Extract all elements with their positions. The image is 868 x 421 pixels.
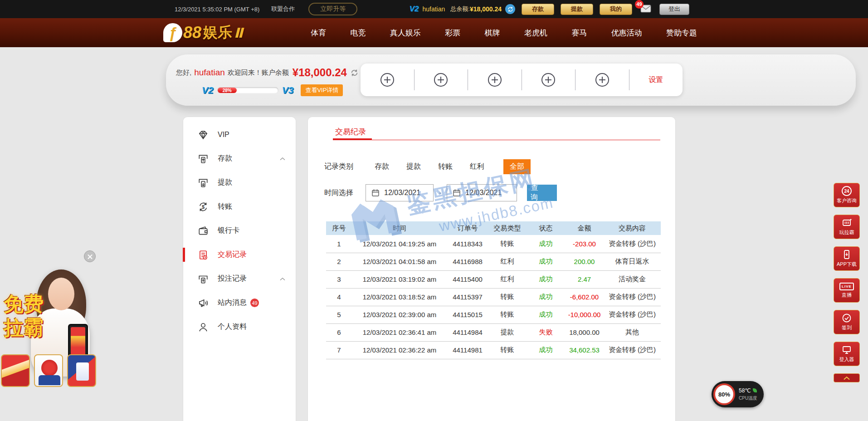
withdraw-button[interactable]: 提款 [561, 4, 593, 15]
nav-item-6[interactable]: 赛马 [571, 28, 587, 38]
app-download-button[interactable]: APP下载 [834, 246, 860, 271]
plus-icon [595, 73, 609, 87]
cpu-temp-label: CPU温度 [739, 395, 757, 401]
cell-no: 1 [326, 235, 352, 253]
quick-add-slot-4[interactable] [575, 69, 629, 90]
profile-icon [198, 322, 210, 333]
refresh-balance-button[interactable] [505, 4, 515, 14]
promo-close-button[interactable] [84, 250, 96, 262]
logout-button[interactable]: 登出 [659, 4, 689, 15]
filter-option-2[interactable]: 转账 [438, 162, 453, 171]
settings-button[interactable]: 设置 [629, 69, 683, 90]
promo-headline-line2: 拉霸 [4, 316, 44, 339]
nav-item-3[interactable]: 彩票 [445, 28, 460, 38]
calendar-icon [371, 189, 380, 197]
query-button[interactable]: 查 询 [527, 185, 557, 201]
cell-amount: 2.47 [565, 270, 604, 288]
date-to-input[interactable]: 12/03/2021 [447, 184, 517, 201]
quick-add-slot-0[interactable] [361, 69, 414, 90]
sidebar-item-label: 转账 [218, 202, 232, 211]
cell-time: 12/03/2021 04:01:58 am [352, 253, 447, 270]
greeting-prefix: 您好, [176, 69, 191, 77]
cell-type: 转账 [488, 306, 527, 323]
messages-button[interactable]: 49 [640, 5, 651, 14]
cell-time: 12/03/2021 04:19:25 am [352, 235, 447, 253]
float-button-label: 签到 [842, 324, 852, 331]
filter-option-1[interactable]: 提款 [406, 162, 421, 171]
cell-time: 12/03/2021 02:39:00 am [352, 306, 447, 323]
sidebar-item-label: 站内消息 [218, 298, 247, 308]
sidebar-item-bank-card[interactable]: 银行卡 [183, 219, 296, 243]
promo-thumbnail[interactable] [1, 354, 30, 387]
cell-status: 成功 [527, 235, 565, 253]
sidebar-item-label: VIP [218, 131, 229, 139]
cell-type: 红利 [488, 270, 527, 288]
bet-record-icon [198, 274, 210, 284]
refresh-icon [351, 69, 358, 77]
sidebar-item-site-messages[interactable]: 站内消息 49 [183, 291, 296, 315]
check-in-button[interactable]: 签到 [834, 310, 860, 334]
nav-item-0[interactable]: 体育 [311, 28, 326, 38]
sidebar-item-vip[interactable]: VIP [183, 122, 296, 147]
logo-suffix: Ⅱ [234, 25, 243, 41]
launcher-button[interactable]: 登入器 [834, 342, 860, 366]
cell-type: 红利 [488, 253, 527, 270]
tab-divider-line [333, 140, 660, 140]
logo-f-icon: ƒ [163, 23, 182, 42]
nav-item-2[interactable]: 真人娱乐 [390, 28, 421, 38]
mine-button[interactable]: 我的 [600, 4, 632, 15]
promo-thumbnail[interactable] [67, 354, 96, 387]
upgrade-button[interactable]: 立即升等 [308, 3, 357, 15]
top-bar-inner: 12/3/2021 5:35:02 PM (GMT +8) 联盟合作 立即升等 … [175, 0, 689, 18]
site-logo[interactable]: ƒ 88 娱乐 Ⅱ [163, 23, 243, 43]
nav-item-5[interactable]: 老虎机 [524, 28, 547, 38]
sidebar-item-transaction-record[interactable]: 交易记录 [183, 243, 296, 267]
chevron-up-icon[interactable] [279, 157, 286, 161]
nav-item-7[interactable]: 优惠活动 [611, 28, 642, 38]
filter-option-0[interactable]: 存款 [375, 162, 389, 171]
quick-add-slot-2[interactable] [468, 69, 522, 90]
date-from-input[interactable]: 12/03/2021 [366, 184, 434, 201]
vip-next-icon: V3 [282, 85, 294, 96]
play-slots-button[interactable]: 玩拉霸 [834, 215, 860, 239]
tab-transaction-records[interactable]: 交易纪录 [335, 127, 366, 137]
live-stream-button[interactable]: LIVE 直播 [834, 278, 860, 303]
chevron-up-icon[interactable] [279, 277, 286, 281]
vip-progress-bar: 28% [217, 87, 278, 93]
content-panel: 交易纪录 记录类别 存款提款转账红利 全部 时间选择 12/03/2021 - … [307, 117, 676, 421]
refresh-balance-button-banner[interactable] [351, 69, 358, 77]
sidebar-item-withdraw[interactable]: 提款 [183, 171, 296, 195]
sidebar-item-deposit[interactable]: 存款 [183, 147, 296, 171]
svg-text:$: $ [202, 204, 205, 209]
nav-item-4[interactable]: 棋牌 [485, 28, 500, 38]
nav-item-8[interactable]: 赞助专题 [666, 28, 697, 38]
float-button-label: 登入器 [839, 356, 854, 363]
cell-status: 成功 [527, 253, 565, 270]
quick-add-slot-1[interactable] [414, 69, 468, 90]
chevron-up-icon [843, 376, 850, 380]
sidebar-item-profile[interactable]: 个人资料 [183, 315, 296, 339]
table-header-6: 交易内容 [604, 221, 661, 235]
sidebar-item-bet-record[interactable]: 投注记录 [183, 267, 296, 291]
sidebar-item-transfer[interactable]: $ 转账 [183, 195, 296, 219]
vip-detail-button[interactable]: 查看VIP详情 [301, 84, 343, 96]
alliance-link[interactable]: 联盟合作 [271, 5, 295, 13]
cell-order: 44114984 [447, 323, 488, 341]
sidebar-item-label: 提款 [218, 178, 232, 187]
cell-order: 44115397 [447, 288, 488, 306]
sidebar-item-label: 存款 [218, 154, 232, 163]
table-header-1: 时间 [352, 221, 447, 235]
promo-thumbnail[interactable] [34, 354, 63, 387]
nav-item-1[interactable]: 电竞 [350, 28, 366, 38]
deposit-button[interactable]: 存款 [522, 4, 554, 15]
float-button-label: 直播 [842, 292, 852, 299]
customer-service-button[interactable]: 24 客户咨询 [834, 183, 860, 207]
cell-type: 提款 [488, 323, 527, 341]
filter-all-button[interactable]: 全部 [503, 159, 531, 174]
filter-option-3[interactable]: 红利 [470, 162, 484, 171]
quick-add-slot-3[interactable] [522, 69, 575, 90]
plus-icon [541, 73, 555, 87]
collapse-sidebar-button[interactable] [834, 373, 860, 382]
calendar-icon [453, 189, 461, 197]
live-icon: LIVE [839, 283, 854, 290]
